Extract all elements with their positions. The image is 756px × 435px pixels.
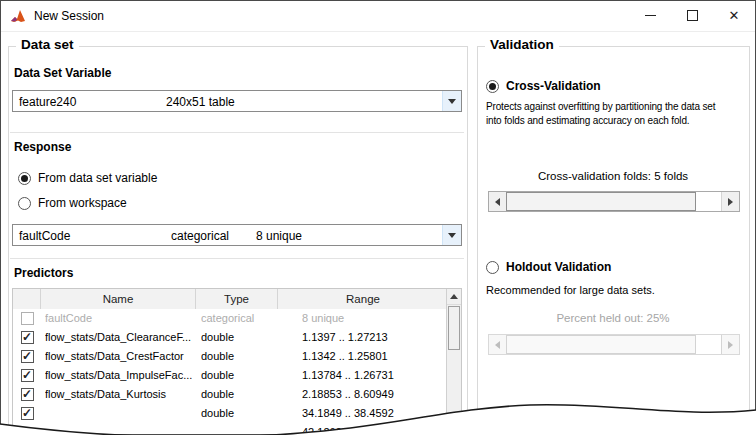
cross-validation-desc-line2: into folds and estimating accuracy on ea…	[486, 115, 689, 126]
radio-cross-validation[interactable]: Cross-Validation	[486, 79, 601, 93]
cell-name: flow_stats/Data_ClearanceF...	[45, 331, 195, 343]
radio-label: From workspace	[38, 196, 127, 210]
cell-name: flow_stats/Data_Kurtosis	[45, 388, 195, 400]
minimize-icon	[645, 15, 656, 16]
cell-type: double	[201, 407, 275, 419]
scrollbar-thumb[interactable]	[448, 306, 460, 350]
holdout-validation-desc: Recommended for large data sets.	[486, 284, 655, 296]
window-title: New Session	[34, 9, 104, 23]
response-combobox[interactable]: faultCode categorical 8 unique	[12, 224, 462, 246]
radio-icon	[486, 80, 499, 93]
table-row[interactable]: faultCode categorical 8 unique	[13, 309, 448, 328]
triangle-up-icon	[450, 294, 458, 299]
window-controls: ✕	[629, 1, 755, 30]
combo-variable-name: feature240	[19, 95, 76, 109]
response-name: faultCode	[19, 229, 70, 243]
table-scrollbar[interactable]	[446, 289, 461, 435]
radio-label: From data set variable	[38, 171, 157, 185]
slider-thumb	[506, 335, 696, 354]
header-checkbox-col	[13, 289, 41, 309]
radio-label: Holdout Validation	[506, 260, 611, 274]
slider-thumb[interactable]	[506, 192, 696, 211]
cross-validation-folds-slider[interactable]	[488, 191, 740, 212]
response-type: categorical	[171, 229, 229, 243]
dataset-variable-label: Data Set Variable	[14, 66, 111, 80]
table-header: Name Type Range	[13, 289, 448, 310]
chevron-down-icon	[448, 99, 456, 104]
scroll-up-button[interactable]	[447, 289, 461, 305]
cell-type: double	[201, 350, 275, 362]
combo-dropdown-button[interactable]	[442, 225, 461, 245]
cell-name: faultCode	[45, 312, 195, 324]
combo-dropdown-button[interactable]	[442, 91, 461, 111]
slider-left-button	[489, 335, 507, 354]
predictor-rows: faultCode categorical 8 unique flow_stat…	[13, 309, 448, 435]
cell-range: 34.1849 .. 38.4592	[302, 407, 445, 419]
percent-held-out-label: Percent held out: 25%	[482, 312, 744, 324]
cell-name: flow_stats/Data_CrestFactor	[45, 350, 195, 362]
cell-range: 1.1342 .. 1.25801	[302, 350, 445, 362]
radio-icon	[486, 261, 499, 274]
cell-range: 42.1269	[302, 426, 445, 435]
slider-left-button[interactable]	[489, 192, 507, 211]
slider-right-button[interactable]	[721, 192, 739, 211]
radio-icon	[18, 172, 31, 185]
radio-icon	[18, 197, 31, 210]
close-button[interactable]: ✕	[713, 1, 755, 30]
triangle-left-icon	[495, 198, 500, 206]
response-unique: 8 unique	[256, 229, 302, 243]
new-session-dialog: New Session ✕ Data set Data Set Variable…	[0, 0, 756, 435]
cell-range: 2.18853 .. 8.60949	[302, 388, 445, 400]
maximize-button[interactable]	[671, 1, 713, 30]
header-range: Range	[278, 289, 448, 309]
header-type: Type	[196, 289, 278, 309]
response-label: Response	[14, 140, 71, 154]
cell-type: double	[201, 331, 275, 343]
triangle-left-icon	[495, 341, 500, 349]
table-row[interactable]: flow_stats/Data_CrestFactor double 1.134…	[13, 347, 448, 366]
table-row[interactable]: double 34.1849 .. 38.4592	[13, 404, 448, 423]
percent-held-out-slider	[488, 334, 740, 355]
table-row[interactable]: flow_stats/Data_ImpulseFac... double 1.1…	[13, 366, 448, 385]
row-checkbox[interactable]	[21, 331, 34, 344]
chevron-down-icon	[448, 233, 456, 238]
row-checkbox[interactable]	[21, 407, 34, 420]
row-checkbox[interactable]	[21, 369, 34, 382]
cell-type: double	[201, 388, 275, 400]
radio-holdout-validation[interactable]: Holdout Validation	[486, 260, 611, 274]
row-checkbox[interactable]	[21, 312, 34, 325]
close-icon: ✕	[729, 9, 740, 22]
table-row[interactable]: flow_stats/Data_ClearanceF... double 1.1…	[13, 328, 448, 347]
slider-right-button	[721, 335, 739, 354]
matlab-logo-icon	[10, 8, 26, 24]
triangle-right-icon	[728, 341, 733, 349]
radio-label: Cross-Validation	[506, 79, 601, 93]
cell-range: 1.1397 .. 1.27213	[302, 331, 445, 343]
predictors-label: Predictors	[14, 266, 73, 280]
radio-from-dataset-variable[interactable]: From data set variable	[18, 171, 157, 185]
maximize-icon	[687, 10, 698, 21]
table-row[interactable]: flow_stats/Data_Kurtosis double 2.18853 …	[13, 385, 448, 404]
cell-name: flow_stats/Data_ImpulseFac...	[45, 369, 195, 381]
row-checkbox[interactable]	[21, 388, 34, 401]
predictors-table: Name Type Range faultCode categorical 8 …	[12, 288, 462, 435]
combo-variable-size: 240x51 table	[166, 95, 235, 109]
dataset-variable-combobox[interactable]: feature240 240x51 table	[12, 90, 462, 112]
cross-validation-desc-line1: Protects against overfitting by partitio…	[486, 101, 715, 112]
table-row[interactable]: 42.1269	[13, 423, 448, 435]
triangle-right-icon	[728, 198, 733, 206]
minimize-button[interactable]	[629, 1, 671, 30]
dataset-group-title: Data set	[16, 37, 79, 52]
cross-validation-folds-label: Cross-validation folds: 5 folds	[482, 170, 744, 182]
header-name: Name	[41, 289, 196, 309]
validation-group-title: Validation	[485, 37, 559, 52]
cell-type: categorical	[201, 312, 275, 324]
cell-range: 8 unique	[302, 312, 445, 324]
row-checkbox[interactable]	[21, 350, 34, 363]
cell-type: double	[201, 369, 275, 381]
radio-from-workspace[interactable]: From workspace	[18, 196, 127, 210]
cell-range: 1.13784 .. 1.26731	[302, 369, 445, 381]
separator	[10, 258, 464, 259]
separator	[10, 132, 464, 133]
